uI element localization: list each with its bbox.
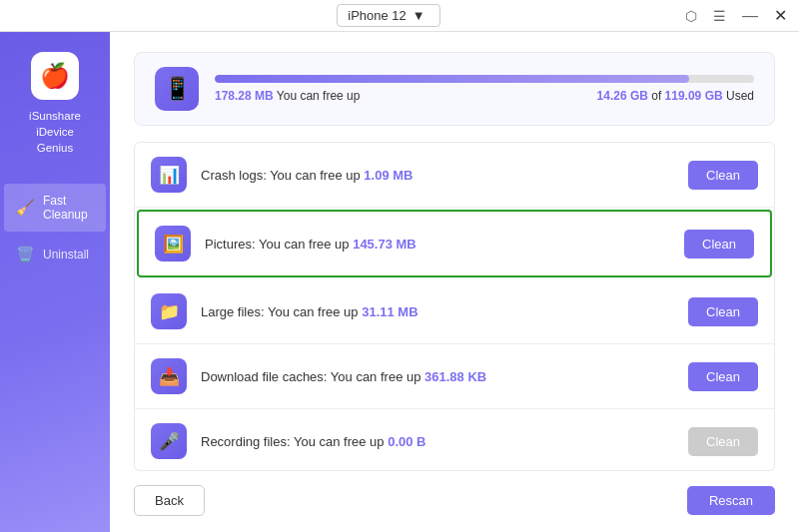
device-selector[interactable]: iPhone 12 ▼ bbox=[337, 4, 439, 27]
storage-header: 📱 178.28 MB You can free up 14.26 GB of … bbox=[134, 52, 775, 126]
crash-logs-label: Crash logs: You can free up bbox=[201, 168, 364, 183]
pictures-icon: 🖼️ bbox=[155, 226, 191, 262]
recording-files-icon: 🎤 bbox=[151, 423, 187, 459]
storage-text: 178.28 MB You can free up 14.26 GB of 11… bbox=[215, 89, 754, 103]
pictures-clean-button[interactable]: Clean bbox=[684, 230, 754, 259]
large-files-icon: 📁 bbox=[151, 293, 187, 329]
used-text: 14.26 GB of 119.09 GB Used bbox=[597, 89, 754, 103]
storage-bar-container bbox=[215, 75, 754, 83]
logo-area: 🍎 iSunshare iDevice Genius bbox=[29, 52, 81, 156]
sidebar-nav: 🧹 Fast Cleanup 🗑️ Uninstall bbox=[0, 184, 110, 273]
recording-files-label: Recording files: You can free up bbox=[201, 434, 388, 449]
used-suffix: Used bbox=[726, 89, 754, 103]
window-controls: ⬡ ☰ — ✕ bbox=[685, 6, 787, 25]
pictures-label: Pictures: You can free up bbox=[205, 237, 353, 252]
large-files-amount: 31.11 MB bbox=[362, 304, 417, 319]
bottom-bar: Back Rescan bbox=[134, 485, 775, 516]
storage-info: 178.28 MB You can free up 14.26 GB of 11… bbox=[215, 75, 754, 103]
recording-files-amount: 0.00 B bbox=[388, 434, 425, 449]
download-caches-amount: 361.88 KB bbox=[424, 369, 486, 384]
share-icon[interactable]: ⬡ bbox=[685, 8, 697, 24]
pictures-text: Pictures: You can free up 145.73 MB bbox=[205, 237, 670, 252]
large-files-label: Large files: You can free up bbox=[201, 304, 362, 319]
free-up-text: 178.28 MB You can free up bbox=[215, 89, 360, 103]
list-item: 📊 Crash logs: You can free up 1.09 MB Cl… bbox=[135, 143, 774, 208]
of-label: of bbox=[651, 89, 664, 103]
download-caches-clean-button[interactable]: Clean bbox=[688, 362, 758, 391]
minimize-icon[interactable]: — bbox=[742, 7, 758, 25]
rescan-button[interactable]: Rescan bbox=[687, 486, 775, 515]
recording-files-clean-button[interactable]: Clean bbox=[688, 427, 758, 456]
app-logo-text: iSunshare iDevice Genius bbox=[29, 108, 81, 156]
free-up-amount: 178.28 MB bbox=[215, 89, 274, 103]
apple-icon: 🍎 bbox=[40, 62, 70, 90]
chevron-down-icon: ▼ bbox=[412, 8, 425, 23]
sidebar-item-uninstall[interactable]: 🗑️ Uninstall bbox=[4, 236, 106, 273]
sidebar-item-label: Uninstall bbox=[43, 248, 89, 262]
app-logo-icon: 🍎 bbox=[31, 52, 79, 100]
large-files-clean-button[interactable]: Clean bbox=[688, 297, 758, 326]
sidebar-item-label: Fast Cleanup bbox=[43, 194, 94, 222]
fast-cleanup-icon: 🧹 bbox=[16, 199, 35, 217]
pictures-amount: 145.73 MB bbox=[353, 237, 416, 252]
large-files-text: Large files: You can free up 31.11 MB bbox=[201, 304, 674, 319]
main-content: 📱 178.28 MB You can free up 14.26 GB of … bbox=[110, 32, 799, 532]
list-item: 🎤 Recording files: You can free up 0.00 … bbox=[135, 409, 774, 471]
list-item: 🖼️ Pictures: You can free up 145.73 MB C… bbox=[137, 210, 772, 277]
crash-logs-text: Crash logs: You can free up 1.09 MB bbox=[201, 168, 674, 183]
uninstall-icon: 🗑️ bbox=[16, 246, 35, 264]
total-gb: 119.09 GB bbox=[665, 89, 723, 103]
sidebar: 🍎 iSunshare iDevice Genius 🧹 Fast Cleanu… bbox=[0, 32, 110, 532]
device-name: iPhone 12 bbox=[348, 8, 406, 23]
list-item: 📥 Download file caches: You can free up … bbox=[135, 344, 774, 409]
close-icon[interactable]: ✕ bbox=[774, 6, 787, 25]
phone-icon: 📱 bbox=[155, 67, 199, 111]
title-bar: iPhone 12 ▼ ⬡ ☰ — ✕ bbox=[0, 0, 799, 32]
items-list: 📊 Crash logs: You can free up 1.09 MB Cl… bbox=[134, 142, 775, 471]
crash-logs-icon: 📊 bbox=[151, 157, 187, 193]
title-bar-center: iPhone 12 ▼ bbox=[337, 4, 439, 27]
back-button[interactable]: Back bbox=[134, 485, 205, 516]
app-container: 🍎 iSunshare iDevice Genius 🧹 Fast Cleanu… bbox=[0, 32, 799, 532]
download-caches-text: Download file caches: You can free up 36… bbox=[201, 369, 674, 384]
download-caches-icon: 📥 bbox=[151, 358, 187, 394]
free-up-label: You can free up bbox=[277, 89, 361, 103]
recording-files-text: Recording files: You can free up 0.00 B bbox=[201, 434, 674, 449]
storage-bar-fill bbox=[215, 75, 689, 83]
download-caches-label: Download file caches: You can free up bbox=[201, 369, 424, 384]
menu-icon[interactable]: ☰ bbox=[713, 8, 726, 24]
used-gb: 14.26 GB bbox=[597, 89, 648, 103]
list-item: 📁 Large files: You can free up 31.11 MB … bbox=[135, 279, 774, 344]
sidebar-item-fast-cleanup[interactable]: 🧹 Fast Cleanup bbox=[4, 184, 106, 232]
crash-logs-amount: 1.09 MB bbox=[364, 168, 412, 183]
crash-logs-clean-button[interactable]: Clean bbox=[688, 161, 758, 190]
